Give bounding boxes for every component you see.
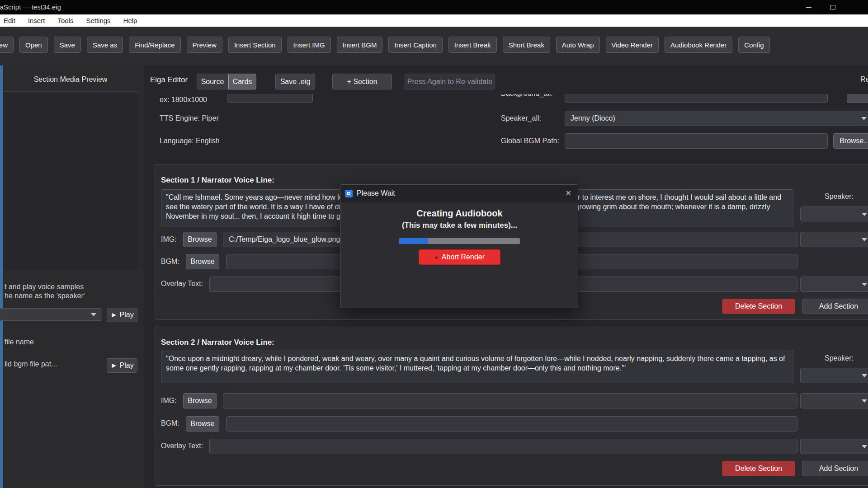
sidebar-divider xyxy=(144,66,144,488)
maximize-button[interactable] xyxy=(822,0,843,14)
dialog-subheading: (This may take a few minutes)... xyxy=(340,221,579,230)
bgm-path-note: lid bgm file pat... xyxy=(5,360,57,368)
sidebar-header: Section Media Preview xyxy=(3,75,138,84)
section-2-overlay-text-input[interactable] xyxy=(209,439,797,454)
section-1-overlay-select[interactable] xyxy=(800,277,868,292)
section-1-speaker-select[interactable] xyxy=(800,206,868,221)
voice-sample-note-line2: he name as the 'speaker' xyxy=(5,292,85,300)
section-2-overlay-text-label: Overlay Text: xyxy=(161,442,203,450)
section-1-bgm-label: BGM: xyxy=(161,258,179,266)
section-2-bgm-label: BGM: xyxy=(161,419,179,427)
toolbar-config-button[interactable]: Config xyxy=(738,37,769,53)
section-2-bgm-browse-button[interactable]: Browse xyxy=(186,416,219,432)
window-titlebar: EigaScript — test34.eig xyxy=(0,0,868,14)
revalidate-button[interactable]: Press Again to Re-validate xyxy=(405,74,495,89)
menu-item-tools[interactable]: Tools xyxy=(56,17,75,24)
speaker-all-select[interactable]: Jenny (Dioco) xyxy=(565,111,868,126)
section-1-img-browse-button[interactable]: Browse xyxy=(183,232,217,247)
toolbar-insert-img-button[interactable]: Insert IMG xyxy=(288,37,331,53)
menu-item-insert[interactable]: Insert xyxy=(26,17,47,24)
speaker-all-value: Jenny (Dioco) xyxy=(571,114,615,122)
media-preview-area xyxy=(3,91,138,271)
bgm-play-button[interactable]: ► Play xyxy=(107,358,137,373)
toolbar-insert-break-button[interactable]: Insert Break xyxy=(448,37,497,53)
chevron-down-icon xyxy=(862,445,867,448)
global-bgm-path-label: Global BGM Path: xyxy=(501,137,559,145)
menu-item-settings[interactable]: Settings xyxy=(84,17,112,24)
section-2-bgm-path-input[interactable] xyxy=(226,416,797,432)
record-icon: ● xyxy=(434,254,438,260)
minimize-icon xyxy=(806,7,811,8)
chevron-down-icon xyxy=(862,238,867,241)
menu-bar: Edit Insert Tools Settings Help xyxy=(0,14,868,27)
abort-render-label: Abort Render xyxy=(442,253,485,261)
toolbar-save-as-button[interactable]: Save as xyxy=(87,37,123,53)
section-2-img-path-input[interactable] xyxy=(223,393,797,408)
dialog-close-icon[interactable]: ✕ xyxy=(566,189,571,197)
section-2-delete-button[interactable]: Delete Section xyxy=(722,461,795,476)
add-section-header-button[interactable]: + Section xyxy=(332,74,392,89)
dialog-title: Please Wait xyxy=(357,189,395,197)
progress-fill xyxy=(399,238,428,244)
toolbar-open-button[interactable]: Open xyxy=(19,37,48,53)
section-1-title: Section 1 / Narrator Voice Line: xyxy=(161,176,274,185)
section-2-title: Section 2 / Narrator Voice Line: xyxy=(161,338,274,347)
please-wait-dialog: Please Wait ✕ Creating Audiobook (This m… xyxy=(340,184,578,308)
maximize-icon xyxy=(830,5,835,9)
section-2-add-button[interactable]: Add Section xyxy=(802,461,868,476)
section-2-img-label: IMG: xyxy=(161,397,177,405)
render-progress-bar xyxy=(399,238,520,244)
section-1-img-label: IMG: xyxy=(161,235,177,244)
global-bgm-browse-button[interactable]: Browse... xyxy=(833,133,868,149)
section-2-voice-line-textarea[interactable]: "Once upon a midnight dreary, while I po… xyxy=(161,351,793,383)
cards-view-button[interactable]: Cards xyxy=(228,74,256,89)
dialog-app-icon xyxy=(345,190,353,197)
toolbar-find-replace-button[interactable]: Find/Replace xyxy=(129,37,180,53)
toolbar-insert-caption-button[interactable]: Insert Caption xyxy=(388,37,442,53)
menu-item-edit[interactable]: Edit xyxy=(2,17,17,24)
toolbar-insert-bgm-button[interactable]: Insert BGM xyxy=(337,37,383,53)
section-2-card: Section 2 / Narrator Voice Line: "Once u… xyxy=(155,326,868,486)
section-1-bgm-browse-button[interactable]: Browse xyxy=(186,254,219,269)
sidebar-media-preview-panel: Section Media Preview t and play voice s… xyxy=(3,66,144,488)
section-1-img-select[interactable] xyxy=(800,232,868,247)
section-2-speaker-select[interactable] xyxy=(800,368,868,383)
section-1-speaker-label: Speaker: xyxy=(825,192,854,201)
toolbar-save-button[interactable]: Save xyxy=(54,37,81,53)
chevron-down-icon xyxy=(862,213,867,216)
chevron-down-icon xyxy=(862,399,867,403)
resolution-hint-label: ex: 1800x1000 xyxy=(160,96,207,104)
toolbar-auto-wrap-button[interactable]: Auto Wrap xyxy=(556,37,600,53)
file-name-note: file name xyxy=(5,338,34,346)
voice-sample-select[interactable] xyxy=(0,308,102,321)
editor-header: Eiga Editor Source Cards Save .eig + Sec… xyxy=(144,66,868,94)
dialog-heading: Creating Audiobook xyxy=(340,208,579,219)
section-2-img-browse-button[interactable]: Browse xyxy=(183,393,217,408)
header-right-fragment: Re xyxy=(860,75,868,84)
section-2-overlay-select[interactable] xyxy=(800,439,868,454)
section-1-add-button[interactable]: Add Section xyxy=(802,299,868,314)
chevron-down-icon xyxy=(91,313,96,316)
toolbar-short-break-button[interactable]: Short Break xyxy=(503,37,550,53)
save-eig-button[interactable]: Save .eig xyxy=(275,74,315,89)
speaker-all-label: Speaker_all: xyxy=(501,114,541,122)
minimize-button[interactable] xyxy=(798,0,819,14)
abort-render-button[interactable]: ● Abort Render xyxy=(419,249,500,265)
toolbar-preview-button[interactable]: Preview xyxy=(187,37,222,53)
language-label: Language: English xyxy=(160,137,220,145)
menu-item-help[interactable]: Help xyxy=(122,17,139,24)
chevron-down-icon xyxy=(862,374,867,377)
main-toolbar: New Open Save Save as Find/Replace Previ… xyxy=(0,27,868,66)
section-2-img-select[interactable] xyxy=(800,393,868,408)
window-title: EigaScript — test34.eig xyxy=(0,3,61,11)
toolbar-video-render-button[interactable]: Video Render xyxy=(606,37,659,53)
source-view-button[interactable]: Source xyxy=(197,74,228,89)
section-1-delete-button[interactable]: Delete Section xyxy=(722,299,795,314)
toolbar-insert-section-button[interactable]: Insert Section xyxy=(228,37,282,53)
voice-play-button[interactable]: ► Play xyxy=(107,308,137,322)
toolbar-new-button[interactable]: New xyxy=(0,37,14,53)
section-1-overlay-text-label: Overlay Text: xyxy=(161,280,203,288)
toolbar-audiobook-render-button[interactable]: Audiobook Render xyxy=(665,37,732,53)
global-bgm-path-input[interactable] xyxy=(565,133,828,149)
voice-sample-note-line1: t and play voice samples xyxy=(5,283,84,291)
